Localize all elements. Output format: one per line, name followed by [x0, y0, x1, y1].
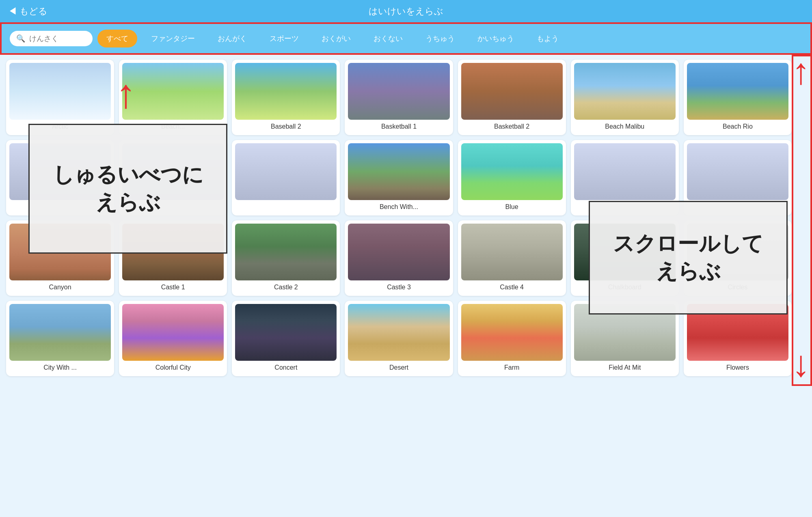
thumbnail: [461, 224, 563, 280]
list-item[interactable]: [232, 140, 340, 215]
thumbnail: [687, 63, 788, 120]
filter-indoor[interactable]: おくない: [365, 30, 412, 47]
thumbnail: [235, 224, 337, 280]
list-item[interactable]: Castle 3: [345, 220, 453, 296]
annotation-category: しゅるいべつにえらぶ: [28, 124, 227, 254]
list-item[interactable]: City With ...: [6, 301, 114, 376]
thumbnail: [348, 224, 449, 280]
thumbnail: [461, 304, 563, 361]
page-title: はいけいをえらぶ: [369, 5, 443, 17]
thumbnail: [9, 304, 111, 361]
list-item[interactable]: Castle 2: [232, 220, 340, 296]
header: ◀ もどる はいけいをえらぶ: [0, 0, 812, 22]
back-label: ◀ もどる: [8, 5, 48, 17]
thumbnail: [574, 63, 676, 120]
search-input[interactable]: [29, 34, 86, 43]
filter-sports[interactable]: スポーツ: [261, 30, 308, 47]
thumbnail: [122, 63, 224, 120]
main-content: Arctic Beach... Baseball 2 Basketball 1 …: [0, 55, 812, 386]
item-label: Field At Mit: [609, 364, 641, 373]
list-item[interactable]: Baseball 2: [232, 60, 340, 135]
thumbnail: [235, 304, 337, 361]
thumbnail: [574, 143, 676, 200]
item-label: Castle 4: [500, 284, 524, 293]
item-label: Beach Rio: [723, 123, 753, 132]
scroll-down-arrow[interactable]: ↓: [792, 345, 810, 382]
item-label: Concert: [274, 364, 297, 373]
list-item[interactable]: Bench With...: [345, 140, 453, 215]
item-label: Canyon: [49, 284, 71, 293]
list-item[interactable]: Beach Rio: [684, 60, 792, 135]
filter-all[interactable]: すべて: [97, 30, 137, 47]
thumbnail: [461, 63, 563, 120]
annotation-scroll: スクロールしてえらぶ: [589, 201, 788, 315]
search-box[interactable]: 🔍: [10, 31, 93, 46]
item-label: City With ...: [43, 364, 77, 373]
annotation-category-text: しゅるいべつにえらぶ: [53, 161, 203, 216]
filter-music[interactable]: おんがく: [209, 30, 256, 47]
thumbnail: [348, 143, 449, 200]
item-label: Basketball 1: [381, 123, 417, 132]
filter-bar: 🔍 すべて ファンタジー おんがく スポーツ おくがい おくない うちゅう かい…: [0, 22, 812, 55]
thumbnail: [348, 304, 449, 361]
filter-space[interactable]: うちゅう: [417, 30, 464, 47]
list-item[interactable]: Castle 4: [458, 220, 566, 296]
filter-pattern[interactable]: もよう: [528, 30, 568, 47]
item-label: Blue: [505, 203, 518, 212]
thumbnail: [235, 63, 337, 120]
thumbnail: [235, 143, 337, 200]
thumbnail: [461, 143, 563, 200]
thumbnail: [687, 143, 788, 200]
list-item[interactable]: Concert: [232, 301, 340, 376]
scroll-up-arrow[interactable]: ↓: [792, 59, 810, 95]
item-label: Basketball 2: [494, 123, 529, 132]
item-label: Farm: [504, 364, 519, 373]
thumbnail: [348, 63, 449, 120]
thumbnail: [9, 63, 111, 120]
arrow-up-filter: ↓: [116, 80, 136, 121]
item-label: Desert: [389, 364, 408, 373]
list-item[interactable]: Basketball 1: [345, 60, 453, 135]
list-item[interactable]: Farm: [458, 301, 566, 376]
list-item[interactable]: Colorful City: [119, 301, 227, 376]
item-label: Castle 3: [387, 284, 411, 293]
item-label: Beach Malibu: [605, 123, 644, 132]
item-label: Flowers: [726, 364, 749, 373]
list-item[interactable]: Desert: [345, 301, 453, 376]
filter-fantasy[interactable]: ファンタジー: [142, 30, 204, 47]
thumbnail: [122, 304, 224, 361]
filter-outdoor[interactable]: おくがい: [313, 30, 360, 47]
item-label: Castle 2: [274, 284, 298, 293]
item-label: Bench With...: [380, 203, 418, 212]
list-item[interactable]: Beach Malibu: [571, 60, 679, 135]
item-label: Baseball 2: [271, 123, 301, 132]
list-item[interactable]: Blue: [458, 140, 566, 215]
item-label: Colorful City: [155, 364, 191, 373]
back-button[interactable]: ◀ もどる: [8, 5, 48, 17]
list-item[interactable]: Basketball 2: [458, 60, 566, 135]
filter-underwater[interactable]: かいちゅう: [469, 30, 523, 47]
search-icon: 🔍: [16, 34, 25, 43]
annotation-scroll-text: スクロールしてえらぶ: [613, 230, 763, 285]
item-label: Castle 1: [161, 284, 185, 293]
